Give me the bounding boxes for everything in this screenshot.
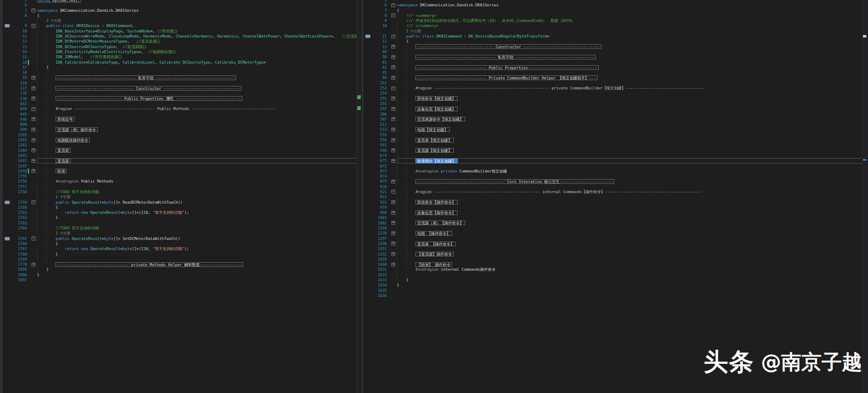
codelens-row[interactable]: 1 个引用: [3, 231, 362, 236]
code-line[interactable]: 10IDK_BaseInterface<DisplayPage, SystemM…: [3, 29, 362, 34]
code-line[interactable]: 1755: [3, 174, 362, 179]
fold-expand-icon[interactable]: +: [32, 97, 35, 100]
code-line[interactable]: 594+直流源【报文创建】: [363, 148, 868, 153]
collapsed-region[interactable]: 交流表源命令【报文创建】: [415, 117, 465, 121]
code-line[interactable]: 1768}: [3, 252, 362, 257]
code-line[interactable]: 50+---------------------------------- 私有…: [363, 54, 868, 59]
code-line[interactable]: 1460+【校准】 操作命令: [363, 262, 868, 267]
code-line[interactable]: 17{: [3, 65, 362, 70]
fold-expand-icon[interactable]: +: [32, 138, 35, 142]
codelens-row[interactable]: 3 个引用: [3, 18, 362, 23]
code-line[interactable]: 1283+电能模块操作命令: [3, 137, 362, 143]
code-line[interactable]: 135: [3, 91, 362, 96]
code-line[interactable]: 306: [363, 112, 868, 117]
fold-collapse-icon[interactable]: −: [32, 107, 35, 111]
collapsed-region[interactable]: 直流源: [56, 159, 71, 163]
code-line[interactable]: 12{: [363, 39, 868, 44]
code-line[interactable]: 674: [363, 153, 868, 158]
code-line[interactable]: 15IDK_IOModel, //开关量模块接口: [3, 54, 362, 59]
fold-collapse-icon[interactable]: −: [391, 190, 395, 194]
code-line[interactable]: 81: [363, 60, 868, 65]
collapsed-region[interactable]: 电能【报文创建】: [415, 127, 450, 132]
code-line[interactable]: 556+直流表【报文创建】: [363, 137, 868, 143]
fold-expand-icon[interactable]: +: [391, 231, 395, 235]
collapsed-region[interactable]: 系统信号: [56, 117, 75, 121]
code-line[interactable]: 1001: [363, 215, 868, 220]
collapsed-region[interactable]: ---------------------------------- 私有字段 …: [56, 75, 236, 80]
code-line[interactable]: 1282: [3, 132, 362, 137]
code-line[interactable]: 1269: [363, 226, 868, 231]
code-line[interactable]: 1633}: [363, 277, 868, 283]
code-line[interactable]: 899+交流源（表）操作命令: [3, 127, 362, 132]
code-line[interactable]: 252: [363, 81, 868, 86]
code-line[interactable]: 921−#region ----------------------------…: [363, 189, 868, 194]
code-line[interactable]: 1547: [3, 164, 362, 169]
code-line[interactable]: 1002+交流源（表）【操作命令】: [363, 221, 868, 226]
code-line[interactable]: 7{: [363, 8, 868, 13]
code-line[interactable]: 18: [3, 70, 362, 75]
fold-expand-icon[interactable]: +: [391, 117, 395, 121]
code-line[interactable]: 1764//TODO 暂不支持的功能: [3, 226, 362, 231]
code-line[interactable]: 86+------------------------------ Privat…: [363, 75, 868, 80]
code-line[interactable]: 1762}: [3, 215, 362, 220]
collapsed-region[interactable]: 交流源（表）操作命令: [56, 127, 98, 132]
fold-expand-icon[interactable]: +: [391, 128, 395, 132]
fold-expand-icon[interactable]: +: [32, 128, 35, 132]
code-line[interactable]: 1759−public OperateResult<byte[]> ReadDC…: [3, 200, 362, 205]
code-line[interactable]: 255+系统命令【报文创建】: [363, 96, 868, 101]
fold-expand-icon[interactable]: +: [391, 65, 395, 69]
code-line[interactable]: 1769: [3, 257, 362, 262]
code-line[interactable]: 1270+电能 【操作命令】: [363, 231, 868, 236]
code-line[interactable]: 593: [363, 143, 868, 148]
fold-expand-icon[interactable]: +: [391, 242, 395, 245]
code-line[interactable]: 512: [363, 122, 868, 127]
vertical-scrollbar-right[interactable]: [862, 0, 868, 393]
code-line[interactable]: 6: [3, 3, 362, 8]
code-line[interactable]: 872: [363, 164, 868, 169]
collapsed-region[interactable]: --------------------------------- Constr…: [415, 44, 601, 49]
fold-expand-icon[interactable]: +: [391, 221, 395, 225]
code-line[interactable]: 1442+直流源: [3, 158, 362, 163]
code-line[interactable]: 980+设备信息【操作命令】: [363, 210, 868, 215]
code-line[interactable]: 1996}: [3, 272, 362, 277]
code-line[interactable]: 1634}: [363, 283, 868, 288]
code-line[interactable]: 19+---------------------------------- 私有…: [3, 75, 362, 80]
code-line[interactable]: 136+---------------------------- Public …: [3, 96, 362, 101]
fold-expand-icon[interactable]: +: [32, 117, 35, 121]
code-line[interactable]: 11−public class DK81Command : DK_DeviceB…: [363, 34, 868, 39]
editor-pane-right[interactable]: 56−namespace DKCommunication.Dandick.DK8…: [362, 0, 868, 393]
code-line[interactable]: 1760{: [3, 205, 362, 210]
code-line[interactable]: 13IDK_DCSource<DCSourceType>, //直流源接口: [3, 44, 362, 49]
code-line[interactable]: 873#endregion private CommandBuilder报文创建: [363, 169, 868, 174]
code-line[interactable]: 1631#endregion internal Commands操作命令: [363, 267, 868, 272]
fold-expand-icon[interactable]: +: [391, 97, 395, 100]
fold-collapse-icon[interactable]: −: [391, 3, 395, 7]
collapsed-region[interactable]: ---------------------------------- 私有字段 …: [415, 55, 596, 59]
collapsed-region[interactable]: 系统命令【报文创建】: [415, 96, 458, 101]
fold-expand-icon[interactable]: +: [391, 159, 395, 163]
collapsed-region[interactable]: 设备信息【操作命令】: [415, 210, 458, 215]
codelens-references[interactable]: 1 个引用: [56, 231, 70, 236]
fold-expand-icon[interactable]: +: [32, 86, 35, 90]
code-line[interactable]: 923+系统命令【操作命令】: [363, 200, 868, 205]
code-line[interactable]: 1995}: [3, 267, 362, 272]
codelens-row[interactable]: 1 个引用: [3, 194, 362, 199]
code-line[interactable]: 9−public class DK81Device : DK81Command,: [3, 23, 362, 28]
fold-expand-icon[interactable]: +: [391, 45, 395, 48]
fold-collapse-icon[interactable]: −: [32, 200, 35, 204]
collapsed-region[interactable]: 直流源【报文创建】: [415, 148, 454, 153]
code-line[interactable]: 253−#region ----------------------------…: [363, 86, 868, 91]
code-line[interactable]: 6−namespace DKCommunication.Dandick.DK81…: [363, 3, 868, 8]
code-line[interactable]: 16IDK_Calibrate<CalibrateType, Calibrate…: [3, 60, 362, 65]
code-line[interactable]: 920: [363, 184, 868, 189]
code-line[interactable]: 291: [363, 101, 868, 106]
collapsed-region[interactable]: 【校准】 操作命令: [415, 262, 452, 267]
code-line[interactable]: 1765−public OperateResult<byte[]> SetDCM…: [3, 236, 362, 241]
code-line[interactable]: 11IDK_ACSource<WireMode, CloseLoopMode, …: [3, 34, 362, 39]
code-line[interactable]: 1761return new OperateResult<byte[]>(110…: [3, 210, 362, 215]
fold-collapse-icon[interactable]: −: [32, 237, 35, 240]
code-line[interactable]: 1997: [3, 277, 362, 283]
collapsed-region[interactable]: 电能模块操作命令: [56, 138, 90, 143]
code-line[interactable]: 1756#endregion Public Methods: [3, 179, 362, 184]
collapsed-region[interactable]: 设备信息【报文创建】: [415, 107, 458, 111]
